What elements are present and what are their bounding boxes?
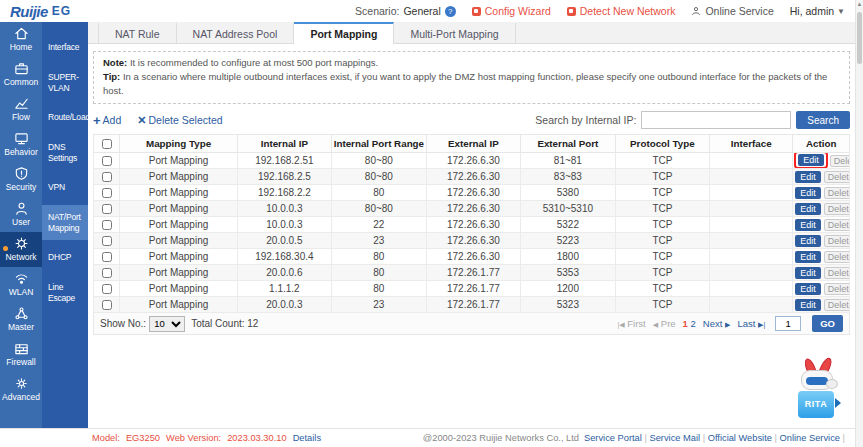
scenario-label: Scenario: [355,5,399,17]
footer-link-official-website[interactable]: Official Website [708,433,772,443]
rita-assistant-mascot[interactable]: RITA [793,358,845,420]
row-checkbox[interactable] [102,204,112,214]
edit-button[interactable]: Edit [795,251,821,263]
sidebar-item-firewall[interactable]: Firewall [0,337,42,372]
add-button[interactable]: +Add [93,113,121,128]
footer-link-online-service[interactable]: Online Service [780,433,840,443]
sidebar-item-advanced[interactable]: Advanced [0,372,42,407]
delete-button[interactable]: Delete [824,235,850,247]
details-link[interactable]: Details [293,433,321,443]
tab-multi-port-mapping[interactable]: Multi-Port Mapping [394,22,515,43]
row-checkbox[interactable] [102,268,112,278]
cell-external-port: 5353 [521,265,616,281]
delete-button[interactable]: Delete [830,155,850,167]
person-icon [691,6,701,16]
sidebar-item-common[interactable]: Common [0,57,42,92]
pagination-page-1[interactable]: 1 [683,318,688,329]
edit-button[interactable]: Edit [795,219,821,231]
cell-action: EditDelete [793,201,850,217]
cell-internal-port-range: 23 [332,233,427,249]
sidebar-item-wlan[interactable]: WLAN [0,267,42,302]
row-checkbox[interactable] [102,284,112,294]
edit-button[interactable]: Edit [795,203,821,215]
submenu-item-interface[interactable]: Interface [42,30,88,65]
delete-button[interactable]: Delete [824,219,850,231]
row-checkbox[interactable] [102,220,112,230]
sidebar-item-label: Firewall [0,357,42,367]
edit-button[interactable]: Edit [795,171,821,183]
show-no-select[interactable]: 10 [149,316,185,332]
edit-button[interactable]: Edit [795,283,821,295]
submenu-item-dhcp[interactable]: DHCP [42,240,88,275]
search-button[interactable]: Search [796,111,850,129]
submenu-item-super-vlan[interactable]: SUPER-VLAN [42,65,88,100]
online-service-link[interactable]: Online Service [691,5,773,17]
config-wizard-link[interactable]: Config Wizard [472,5,551,17]
edit-button[interactable]: Edit [798,154,824,166]
submenu-item-route-load[interactable]: Route/Load [42,100,88,135]
submenu-item-dns-settings[interactable]: DNS Settings [42,135,88,170]
submenu-item-line-escape[interactable]: Line Escape [42,275,88,310]
footer-link-service-mail[interactable]: Service Mail [649,433,700,443]
pagination-next[interactable]: Next ▶ [703,318,731,329]
user-menu[interactable]: Hi, admin ▼ [790,5,845,17]
cell-internal-ip: 10.0.0.3 [237,217,332,233]
sidebar-item-network[interactable]: Network [0,232,42,267]
sidebar-item-behavior[interactable]: Behavior [0,127,42,162]
delete-selected-button[interactable]: ✕Delete Selected [137,114,222,127]
delete-button[interactable]: Delete [824,283,850,295]
go-button[interactable]: GO [812,315,843,332]
edit-button[interactable]: Edit [795,299,821,311]
search-input[interactable] [641,111,791,129]
page-jump-input[interactable] [775,316,801,331]
table-row: Port Mapping20.0.0.523172.26.6.305223TCP… [94,233,850,249]
pagination-pages: 1 2 [683,318,696,329]
scrollbar-thumb[interactable] [857,12,862,64]
row-checkbox[interactable] [102,172,112,182]
delete-button[interactable]: Delete [824,267,850,279]
show-no-label: Show No.: [100,318,146,329]
edit-button[interactable]: Edit [795,187,821,199]
top-bar: Ruijie EG Scenario: General ? Config Wiz… [0,0,855,22]
footer-link-service-portal[interactable]: Service Portal [584,433,642,443]
row-checkbox[interactable] [102,156,112,166]
row-checkbox[interactable] [102,236,112,246]
cell-internal-ip: 10.0.0.3 [237,201,332,217]
sidebar-item-master[interactable]: Master [0,302,42,337]
edit-button[interactable]: Edit [795,267,821,279]
detect-new-network-link[interactable]: Detect New Network [567,5,676,17]
tip-label: Tip: [103,71,120,82]
tab-nat-address-pool[interactable]: NAT Address Pool [177,22,295,43]
row-checkbox[interactable] [102,300,112,310]
pagination-last[interactable]: Last ▶| [737,318,765,329]
sidebar-item-label: Network [0,252,42,262]
firewall-icon [0,341,42,357]
delete-button[interactable]: Delete [824,187,850,199]
cell-action: EditDelete [793,233,850,249]
cell-external-ip: 172.26.6.30 [426,217,521,233]
delete-button[interactable]: Delete [824,203,850,215]
tab-nat-rule[interactable]: NAT Rule [98,22,177,43]
scroll-up-arrow-icon[interactable]: ▲ [856,1,863,7]
row-checkbox[interactable] [102,188,112,198]
column-header-external-ip: External IP [426,135,521,153]
submenu-item-vpn[interactable]: VPN [42,170,88,205]
row-checkbox[interactable] [102,252,112,262]
tab-port-mapping[interactable]: Port Mapping [294,22,394,44]
delete-button[interactable]: Delete [824,251,850,263]
pagination-pre[interactable]: ◀ Pre [653,318,676,329]
sidebar-item-user[interactable]: User [0,197,42,232]
delete-button[interactable]: Delete [824,171,850,183]
edit-button[interactable]: Edit [795,235,821,247]
sidebar-item-security[interactable]: Security [0,162,42,197]
delete-button[interactable]: Delete [824,299,850,311]
cell-action: EditDelete [793,153,850,169]
pagination-page-2[interactable]: 2 [691,318,696,329]
vertical-scrollbar[interactable]: ▲ [855,0,863,447]
sidebar-item-flow[interactable]: Flow [0,92,42,127]
submenu-item-nat-port-mapping[interactable]: NAT/Port Mapping [42,205,88,240]
select-all-checkbox[interactable] [102,139,112,149]
help-icon[interactable]: ? [445,6,456,17]
pagination-first[interactable]: |◀ First [617,318,645,329]
sidebar-item-home[interactable]: Home [0,22,42,57]
